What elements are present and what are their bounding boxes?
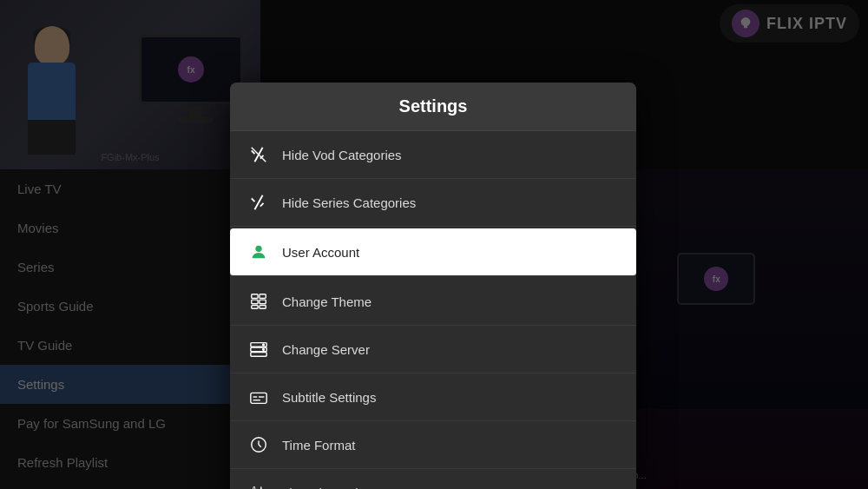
svg-point-10 <box>263 344 265 346</box>
user-account-icon <box>247 241 270 263</box>
menu-label-time-format: Time Format <box>282 438 355 453</box>
modal-title: Settings <box>399 96 468 116</box>
svg-point-0 <box>255 246 261 252</box>
menu-item-hide-series[interactable]: Hide Series Categories <box>230 179 636 227</box>
svg-rect-6 <box>260 306 266 309</box>
svg-rect-4 <box>260 300 266 304</box>
menu-item-hide-vod[interactable]: Hide Vod Categories <box>230 131 636 179</box>
menu-item-user-account[interactable]: User Account <box>230 228 636 276</box>
modal-header: Settings <box>230 83 636 131</box>
settings-modal: Settings Hide Vod Categories <box>230 83 636 489</box>
menu-label-hide-series: Hide Series Categories <box>282 195 416 210</box>
change-server-icon <box>247 338 270 360</box>
menu-item-subtitle-settings[interactable]: Subtitle Settings <box>230 373 636 421</box>
time-format-icon <box>247 433 270 456</box>
svg-rect-1 <box>252 294 258 299</box>
modal-body: Hide Vod Categories Hide Series Categori… <box>230 131 636 489</box>
menu-label-user-account: User Account <box>282 245 359 260</box>
menu-label-change-server: Change Server <box>282 342 370 357</box>
subtitle-settings-icon <box>247 386 270 408</box>
menu-item-time-format[interactable]: Time Format <box>230 421 636 469</box>
change-theme-icon <box>247 290 270 313</box>
svg-rect-9 <box>251 353 266 357</box>
svg-rect-3 <box>252 300 258 304</box>
menu-label-hide-vod: Hide Vod Categories <box>282 148 402 162</box>
svg-rect-12 <box>251 393 266 403</box>
live-channel-sort-icon: A Z <box>247 481 270 489</box>
hide-vod-icon <box>247 143 270 166</box>
hide-series-icon <box>247 191 270 214</box>
svg-line-18 <box>259 445 261 447</box>
svg-text:A: A <box>252 486 257 489</box>
svg-rect-2 <box>260 294 266 299</box>
menu-item-live-channel-sort[interactable]: A Z Live Channel Sort <box>230 469 636 489</box>
svg-rect-5 <box>252 306 258 309</box>
menu-item-change-server[interactable]: Change Server <box>230 326 636 373</box>
menu-label-subtitle-settings: Subtitle Settings <box>282 390 376 405</box>
menu-label-change-theme: Change Theme <box>282 294 372 309</box>
svg-point-11 <box>263 349 265 351</box>
menu-item-change-theme[interactable]: Change Theme <box>230 278 636 326</box>
menu-label-live-channel-sort: Live Channel Sort <box>282 486 385 490</box>
